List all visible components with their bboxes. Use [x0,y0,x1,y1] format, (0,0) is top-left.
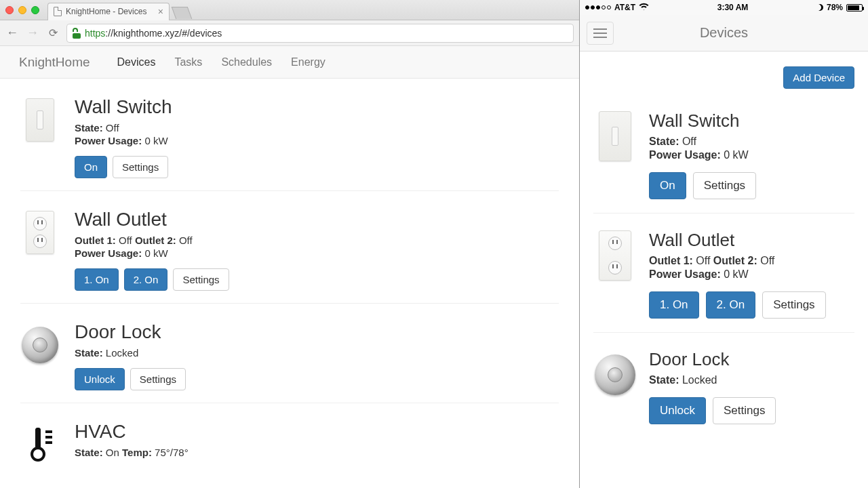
device-title: Wall Switch [75,96,172,118]
menu-button[interactable] [587,22,614,45]
on-button[interactable]: On [649,172,686,199]
reload-button[interactable]: ⟳ [46,26,60,39]
settings-button[interactable]: Settings [130,368,186,390]
browser-toolbar: ← → ⟳ https://knighthome.xyz/#/devices [0,20,579,46]
nav-tasks[interactable]: Tasks [174,56,202,68]
battery-percent: 78% [827,3,843,12]
brand[interactable]: KnightHome [19,55,90,70]
outlet2-on-button[interactable]: 2. On [706,291,756,319]
browser-tabstrip: KnightHome - Devices × [0,0,579,20]
device-list: Wall Switch State: Off Power Usage: 0 kW… [0,79,579,488]
device-title: Wall Switch [649,110,756,131]
status-bar: AT&T 3:30 AM 78% [580,0,868,15]
thermometer-icon [20,421,60,468]
device-door-lock: Door Lock State: Locked Unlock Settings [20,304,559,403]
device-wall-switch: Wall Switch State: Off Power Usage: 0 kW… [20,79,559,191]
nav-energy[interactable]: Energy [291,56,326,68]
maximize-window-icon[interactable] [31,6,39,14]
device-wall-outlet: Wall Outlet Outlet 1: Off Outlet 2: Off … [593,214,854,333]
lock-icon [73,29,81,37]
device-state-line: State: Locked [75,347,186,359]
back-button[interactable]: ← [5,26,19,40]
close-window-icon[interactable] [5,6,14,14]
page-title: Devices [700,25,748,41]
settings-button[interactable]: Settings [693,172,756,199]
carrier-label: AT&T [614,3,635,12]
url-path: ://knighthome.xyz/#/devices [105,28,222,39]
device-state-line: State: Locked [649,374,776,386]
browser-tab[interactable]: KnightHome - Devices × [47,3,170,20]
desktop-panel: KnightHome - Devices × ← → ⟳ https://kni… [0,0,580,488]
minimize-window-icon[interactable] [18,6,26,14]
nav-schedules[interactable]: Schedules [221,56,272,68]
device-door-lock: Door Lock State: Locked Unlock Settings [593,333,854,438]
page-icon [54,7,62,16]
device-wall-outlet: Wall Outlet Outlet 1: Off Outlet 2: Off … [20,191,559,304]
wall-outlet-icon [593,230,637,281]
app-navbar: KnightHome Devices Tasks Schedules Energ… [0,46,579,79]
wifi-icon [639,3,649,12]
door-lock-icon [593,349,637,401]
device-title: HVAC [75,421,189,443]
device-power-line: Power Usage: 0 kW [649,268,826,281]
unlock-button[interactable]: Unlock [649,397,706,424]
add-device-button[interactable]: Add Device [783,66,854,89]
door-lock-icon [20,321,60,369]
device-power-line: Power Usage: 0 kW [75,247,229,259]
device-outlets-line: Outlet 1: Off Outlet 2: Off [649,255,826,267]
clock: 3:30 AM [717,3,749,12]
close-tab-icon[interactable]: × [158,6,163,17]
new-tab-button[interactable] [172,7,193,19]
url-scheme: https [85,28,105,39]
device-outlets-line: Outlet 1: Off Outlet 2: Off [75,235,229,246]
address-bar[interactable]: https://knighthome.xyz/#/devices [66,24,574,43]
device-hvac: HVAC State: On Temp: 75°/78° [20,403,559,481]
on-button[interactable]: On [75,156,107,178]
device-power-line: Power Usage: 0 kW [649,149,756,161]
signal-dots-icon [585,5,611,9]
outlet2-on-button[interactable]: 2. On [124,268,168,291]
forward-button[interactable]: → [26,26,39,40]
mobile-device-list: Add Device Wall Switch State: Off Power … [580,52,868,488]
wall-switch-icon [20,96,60,144]
battery-icon [846,4,863,12]
device-state-line: State: Off [649,136,756,148]
settings-button[interactable]: Settings [713,397,776,424]
device-state-line: State: On Temp: 75°/78° [75,447,189,458]
wall-outlet-icon [20,209,60,256]
nav-devices[interactable]: Devices [117,56,156,68]
device-state-line: State: Off [75,122,172,134]
settings-button[interactable]: Settings [173,268,229,291]
outlet1-on-button[interactable]: 1. On [649,291,699,319]
device-title: Wall Outlet [75,209,229,230]
device-power-line: Power Usage: 0 kW [75,135,172,146]
window-controls [5,6,39,14]
outlet1-on-button[interactable]: 1. On [75,268,119,291]
mobile-header: Devices [580,15,868,52]
tab-title: KnightHome - Devices [66,7,146,16]
unlock-button[interactable]: Unlock [75,368,125,390]
device-wall-switch: Wall Switch State: Off Power Usage: 0 kW… [593,94,854,214]
device-title: Door Lock [75,321,186,343]
device-title: Door Lock [649,349,776,370]
mobile-panel: AT&T 3:30 AM 78% Devices Add Device [580,0,868,488]
settings-button[interactable]: Settings [113,156,168,178]
device-title: Wall Outlet [649,230,826,251]
do-not-disturb-icon [816,4,823,11]
wall-switch-icon [593,110,637,162]
settings-button[interactable]: Settings [762,291,825,319]
